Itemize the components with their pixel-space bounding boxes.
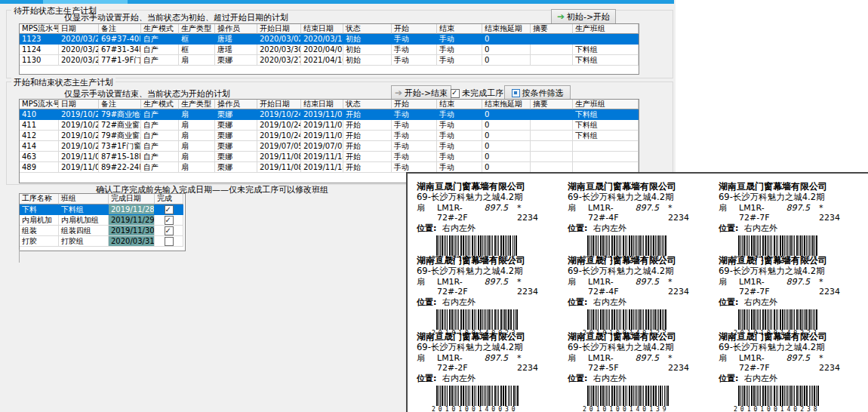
barcode-number: 2010100140238 — [734, 406, 842, 412]
company-name: 湖南亘晟门窗幕墙有限公司 — [417, 255, 540, 266]
grid-cell: 框 — [179, 45, 215, 55]
table-row[interactable]: 4122019/10/2479#商业窗扇自产扇栗娜2019/10/242019/… — [20, 131, 639, 141]
process-row[interactable]: 下料下料组2019/11/28 — [20, 204, 185, 215]
grid-cell: 摘要 — [531, 24, 573, 34]
company-name: 湖南亘晟门窗幕墙有限公司 — [719, 331, 842, 342]
process-row[interactable]: 打胶打胶组2020/03/31 — [20, 236, 185, 247]
company-name: 湖南亘晟门窗幕墙有限公司 — [719, 181, 842, 192]
grid-cell: 2019/11/08 — [59, 162, 99, 173]
process-row[interactable]: 组装组装四组2019/11/30 — [20, 226, 185, 236]
grid-cell: 2019/11/29 — [109, 215, 155, 226]
grid-cell: 摘要 — [531, 100, 573, 109]
grid-cell — [155, 204, 183, 215]
model-code: LM1R-72#-2F — [437, 203, 484, 223]
grid-cell: 0 — [482, 131, 531, 141]
grid-cell: 2019/11/18 — [301, 152, 343, 162]
started-plans-group-title: 开始和结束状态主生产计划 — [11, 77, 115, 88]
table-row[interactable]: 4142019/10/2473#1F门窗扇自产扇栗娜2019/07/052019… — [20, 141, 639, 152]
height-value: * 2234 — [517, 277, 540, 297]
process-completion-table[interactable]: 工序名称班组完成日期完成下料下料组2019/11/28内扇机加内扇机加组2019… — [19, 193, 186, 251]
project-name: 69-长沙万科魅力之城4.2期 — [568, 266, 691, 276]
grid-cell: 0 — [482, 45, 531, 55]
pending-start-table[interactable]: MPS流水号日期备注生产模式生产类型操作员开始日期结束日期状态开始结束结束拖延期… — [19, 23, 639, 75]
started-plans-table[interactable]: MPS流水号日期备注生产模式生产类型操作员开始日期结束日期状态开始结束结束拖延期… — [19, 99, 639, 183]
table-row[interactable]: 4892019/11/0889#22-24F窗扇自产扇栗娜2019/11/082… — [20, 162, 639, 173]
grid-cell: 初始 — [343, 55, 392, 66]
barcode-label: 湖南亘晟门窗幕墙有限公司 69-长沙万科魅力之城4.2期 扇 LM1R-72#-… — [568, 181, 691, 263]
model-code: LM1R-72#-7F — [739, 353, 786, 373]
grid-cell: 79#商业地弹… — [99, 109, 141, 120]
grid-header-row: MPS流水号日期备注生产模式生产类型操作员开始日期结束日期状态开始结束结束拖延期… — [20, 24, 639, 34]
barcode-image — [738, 386, 842, 406]
product-type: 扇 — [568, 353, 576, 363]
grid-cell: 自产 — [141, 34, 179, 45]
done-checkbox[interactable] — [165, 205, 174, 214]
table-row[interactable]: 11242020/03/2667#31-34F门框自产框唐瑶2020/03/30… — [20, 45, 639, 55]
company-name: 湖南亘晟门窗幕墙有限公司 — [568, 181, 691, 192]
started-plans-hint: 仅显示手动设置结束、当前状态为开始的计划 — [64, 88, 230, 100]
grid-cell — [573, 162, 639, 173]
width-value: 897.5 — [484, 277, 508, 287]
done-checkbox[interactable] — [165, 237, 174, 246]
grid-cell: 2020/03/26 — [59, 45, 99, 55]
grid-cell: 2019/11/02 — [301, 120, 343, 131]
barcode-image — [587, 235, 691, 256]
grid-cell: 结束 — [437, 24, 482, 34]
table-row[interactable]: 11232020/03/2669#37-40F门框自产框唐瑶2020/03/02… — [20, 34, 639, 45]
grid-cell: 411 — [20, 120, 59, 131]
grid-cell: 2019/10/24 — [59, 131, 99, 141]
position-label: 位置: — [568, 374, 587, 383]
barcode-label: 湖南亘晟门窗幕墙有限公司 69-长沙万科魅力之城4.2期 扇 LM1R-72#-… — [719, 255, 842, 337]
position-label: 位置: — [417, 223, 436, 233]
grid-cell: 2019/10/24 — [257, 120, 301, 131]
grid-cell — [531, 152, 573, 162]
process-row[interactable]: 内扇机加内扇机加组2019/11/29 — [20, 215, 185, 226]
filter-by-condition-button[interactable]: 按条件筛选 — [504, 85, 571, 100]
start-to-finish-button[interactable]: ➔ 开始->结束 — [391, 85, 451, 100]
grid-cell — [155, 215, 183, 226]
grid-cell: 下料组 — [573, 131, 639, 141]
grid-cell: 手动 — [392, 152, 437, 162]
table-row[interactable]: 11302020/03/2777#1-9F门扇自产扇栗娜2020/03/2720… — [20, 55, 639, 66]
height-value: * 2234 — [517, 203, 540, 223]
grid-cell: 操作员 — [215, 100, 257, 109]
grid-cell: 生产班组 — [573, 100, 639, 109]
grid-cell: 扇 — [179, 120, 215, 131]
grid-cell: 扇 — [179, 131, 215, 141]
grid-cell: 79#商业窗扇 — [99, 131, 141, 141]
position-value: 右内左外 — [744, 223, 777, 233]
grid-cell: 手动 — [437, 152, 482, 162]
done-checkbox[interactable] — [165, 226, 174, 235]
grid-cell: 414 — [20, 141, 59, 152]
position-value: 右内左外 — [744, 297, 777, 307]
init-to-start-label: 初始->开始 — [567, 11, 610, 23]
grid-cell: 463 — [20, 152, 59, 162]
grid-cell: 72#商业窗扇 — [99, 120, 141, 131]
grid-header-row: 工序名称班组完成日期完成 — [20, 194, 185, 204]
grid-cell: 框 — [179, 34, 215, 45]
table-row[interactable]: 4102019/10/2479#商业地弹…自产扇栗娜2019/10/242019… — [20, 109, 639, 120]
done-checkbox[interactable] — [165, 216, 174, 225]
table-row[interactable]: 4632019/11/0187#15-18F窗扇自产扇栗娜2019/11/082… — [20, 152, 639, 162]
product-type: 扇 — [568, 203, 576, 213]
init-to-start-button[interactable]: ➔ 初始->开始 — [551, 9, 616, 24]
pending-start-hint: 仅显示手动设置开始、当前状态为初始、超过开始日期的计划 — [64, 12, 288, 23]
grid-cell — [573, 34, 639, 45]
grid-cell: 2019/11/02 — [301, 131, 343, 141]
grid-cell: 开始 — [392, 24, 437, 34]
grid-cell: 栗娜 — [215, 131, 257, 141]
spec-row: 扇 LM1R-72#-7F 897.5 * 2234 — [719, 203, 842, 223]
table-row[interactable]: 4112019/10/2472#商业窗扇自产扇栗娜2019/10/242019/… — [20, 120, 639, 131]
barcode-label: 湖南亘晟门窗幕墙有限公司 69-长沙万科魅力之城4.2期 扇 LM1R-72#-… — [417, 181, 540, 263]
position-value: 右内左外 — [593, 374, 626, 383]
grid-cell: 自产 — [141, 55, 179, 66]
unfinished-process-checkbox[interactable]: 未完成工序 — [451, 88, 503, 99]
grid-cell: 手动 — [392, 45, 437, 55]
grid-cell — [531, 162, 573, 173]
barcode-label: 湖南亘晟门窗幕墙有限公司 69-长沙万科魅力之城4.2期 扇 LM1R-72#-… — [417, 331, 540, 412]
grid-cell: 自产 — [141, 152, 179, 162]
barcode-label: 湖南亘晟门窗幕墙有限公司 69-长沙万科魅力之城4.2期 扇 LM1R-72#-… — [568, 331, 691, 412]
grid-cell: 扇 — [179, 162, 215, 173]
company-name: 湖南亘晟门窗幕墙有限公司 — [568, 255, 691, 266]
grid-cell: 手动 — [392, 55, 437, 66]
